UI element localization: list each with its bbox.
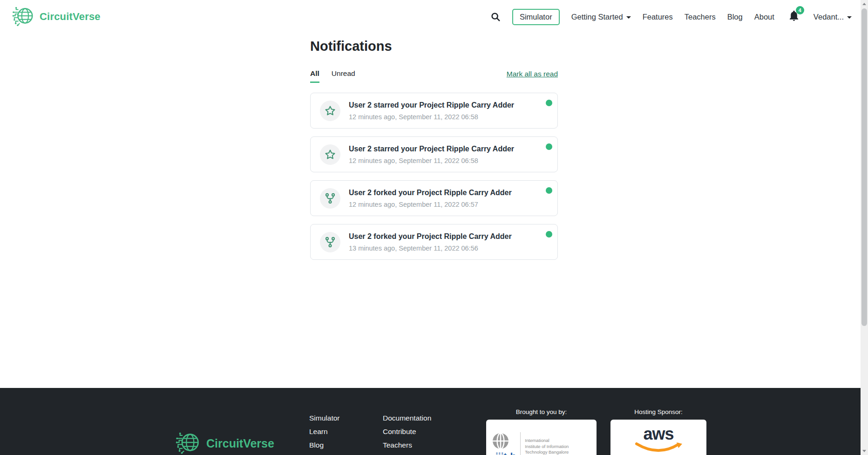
footer-brand-name: CircuitVerse — [206, 437, 274, 450]
aws-wordmark: aws — [643, 426, 673, 442]
search-icon[interactable] — [490, 12, 501, 22]
notifications-bell-icon[interactable]: 4 — [788, 10, 800, 24]
notification-title: User 2 starred your Project Ripple Carry… — [349, 101, 514, 110]
circuitverse-globe-icon — [176, 429, 202, 455]
star-icon — [320, 144, 340, 165]
circuitverse-globe-icon — [12, 4, 35, 29]
hosting-sponsor-label: Hosting Sponsor: — [610, 408, 706, 415]
iiitb-institute-name: International Institute of Information T… — [525, 438, 569, 455]
chevron-down-icon — [626, 16, 631, 19]
divider — [520, 432, 521, 455]
brand-name: CircuitVerse — [40, 11, 101, 23]
notification-title: User 2 forked your Project Ripple Carry … — [349, 232, 512, 241]
notification-timestamp: 12 minutes ago, September 11, 2022 06:58 — [349, 113, 514, 121]
footer-link-contribute[interactable]: Contribute — [383, 425, 486, 438]
unread-status-dot — [546, 143, 552, 150]
unread-status-dot — [546, 231, 552, 238]
username: Vedant... — [814, 13, 844, 21]
footer-link-learn[interactable]: Learn — [309, 425, 383, 438]
navbar: CircuitVerse Simulator Getting Started F… — [0, 0, 868, 34]
footer-link-teachers[interactable]: Teachers — [383, 438, 486, 452]
aws-logo[interactable]: aws — [610, 420, 706, 455]
nav-blog[interactable]: Blog — [727, 13, 743, 21]
fork-icon — [320, 188, 340, 209]
unread-status-dot — [546, 187, 552, 194]
star-icon — [320, 101, 340, 121]
footer-links-column-1: Simulator Learn Blog — [309, 411, 383, 455]
nav-getting-started[interactable]: Getting Started — [571, 13, 631, 21]
fork-icon — [320, 232, 340, 252]
iiitb-wordmark: iiit·b — [495, 452, 516, 455]
notification-item[interactable]: User 2 forked your Project Ripple Carry … — [310, 224, 558, 260]
notification-timestamp: 12 minutes ago, September 11, 2022 06:57 — [349, 200, 512, 209]
notification-timestamp: 12 minutes ago, September 11, 2022 06:58 — [349, 156, 514, 165]
footer-link-documentation[interactable]: Documentation — [383, 411, 486, 425]
notification-item[interactable]: User 2 starred your Project Ripple Carry… — [310, 93, 558, 129]
aws-smile-icon — [633, 442, 684, 455]
unread-status-dot — [546, 100, 552, 106]
main-area: Notifications All Unread Mark all as rea… — [0, 34, 868, 388]
nav-menu: Simulator Getting Started Features Teach… — [490, 9, 852, 25]
nav-about[interactable]: About — [754, 13, 774, 21]
vertical-scrollbar[interactable] — [861, 0, 868, 455]
scrollbar-up-arrow-icon[interactable] — [862, 3, 866, 5]
iiitb-logo[interactable]: iiit·b International Institute of Inform… — [486, 420, 597, 455]
footer-link-simulator[interactable]: Simulator — [309, 411, 383, 425]
notification-timestamp: 13 minutes ago, September 11, 2022 06:56 — [349, 244, 512, 252]
notification-item[interactable]: User 2 forked your Project Ripple Carry … — [310, 180, 558, 216]
simulator-button[interactable]: Simulator — [512, 9, 560, 25]
brand-logo[interactable]: CircuitVerse — [12, 4, 101, 29]
hosting-sponsor-block: Hosting Sponsor: aws — [610, 408, 706, 455]
chevron-down-icon — [847, 16, 852, 19]
notification-count-badge: 4 — [796, 6, 804, 14]
tab-all[interactable]: All — [310, 69, 319, 83]
nav-features[interactable]: Features — [643, 13, 673, 21]
user-menu[interactable]: Vedant... — [814, 13, 852, 21]
footer-links-column-2: Documentation Contribute Teachers — [383, 411, 486, 455]
brought-to-you-by-label: Brought to you by: — [486, 408, 597, 415]
page-title: Notifications — [310, 38, 558, 54]
notification-item[interactable]: User 2 starred your Project Ripple Carry… — [310, 136, 558, 172]
notification-list: User 2 starred your Project Ripple Carry… — [310, 93, 558, 260]
footer: CircuitVerse Simulator Learn Blog Docume… — [0, 388, 868, 455]
tab-unread[interactable]: Unread — [332, 69, 355, 83]
footer-brand-logo[interactable]: CircuitVerse — [176, 415, 309, 455]
scrollbar-down-arrow-icon[interactable] — [862, 450, 866, 452]
notification-title: User 2 starred your Project Ripple Carry… — [349, 144, 514, 154]
notification-title: User 2 forked your Project Ripple Carry … — [349, 188, 512, 197]
brought-to-you-by-block: Brought to you by: iiit·b Int — [486, 408, 597, 455]
scrollbar-thumb[interactable] — [861, 8, 867, 326]
nav-teachers[interactable]: Teachers — [685, 13, 716, 21]
notification-tabs: All Unread Mark all as read — [310, 69, 558, 83]
mark-all-as-read-link[interactable]: Mark all as read — [507, 70, 558, 83]
footer-link-blog[interactable]: Blog — [309, 438, 383, 452]
iiitb-globe-icon — [492, 432, 509, 452]
